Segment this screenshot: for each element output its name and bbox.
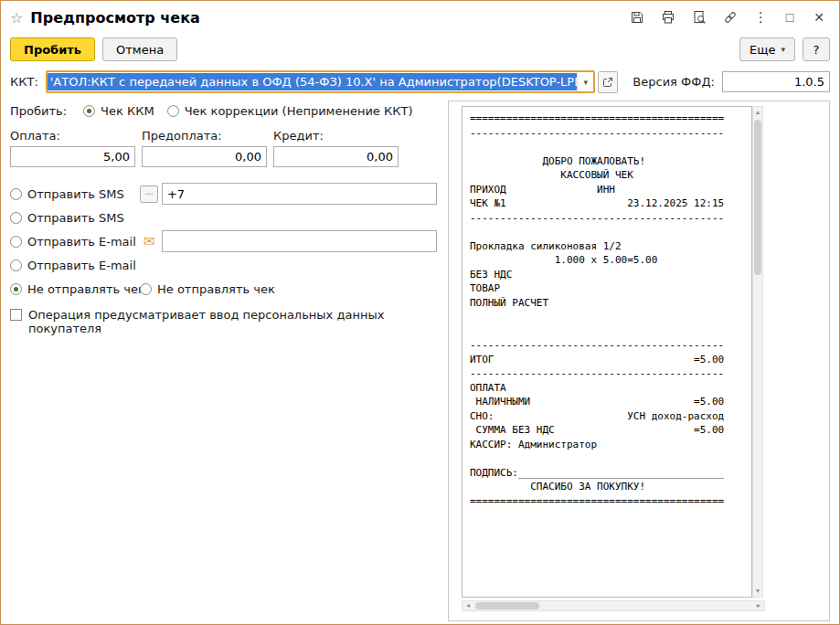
radio-send-sms-1[interactable]: Отправить SMS bbox=[10, 187, 140, 201]
amounts-row: Оплата: Предоплата: Кредит: bbox=[10, 129, 437, 167]
link-icon bbox=[723, 10, 738, 25]
help-button[interactable]: ? bbox=[803, 37, 830, 61]
receipt-text: ========================================… bbox=[470, 111, 744, 508]
radio-check-correction-label: Чек коррекции (Неприменение ККТ) bbox=[185, 104, 413, 118]
receipt-vertical-scrollbar[interactable]: ▴ ▾ bbox=[752, 106, 763, 598]
personal-data-row: Операция предусматривает ввод персональн… bbox=[10, 308, 437, 335]
vertical-scroll-thumb[interactable] bbox=[754, 120, 761, 275]
prepayment-label: Предоплата: bbox=[142, 129, 267, 143]
prepayment-group: Предоплата: bbox=[142, 129, 267, 167]
radio-icon bbox=[10, 188, 22, 200]
payment-group: Оплата: bbox=[10, 129, 135, 167]
get-link-button[interactable] bbox=[719, 8, 741, 26]
form-left: Пробить: Чек ККМ Чек коррекции (Непримен… bbox=[10, 101, 437, 335]
radio-send-email-2-label: Отправить E-mail bbox=[27, 259, 136, 272]
credit-input[interactable] bbox=[273, 146, 399, 167]
radio-icon bbox=[10, 212, 22, 224]
email-input[interactable] bbox=[162, 230, 437, 252]
commit-button[interactable]: Пробить bbox=[10, 37, 95, 61]
main-area: Пробить: Чек ККМ Чек коррекции (Непримен… bbox=[1, 101, 839, 621]
more-button-label: Еще bbox=[750, 43, 775, 57]
radio-icon bbox=[167, 105, 179, 117]
chevron-down-icon: ▾ bbox=[781, 45, 785, 54]
close-icon: ✕ bbox=[813, 10, 824, 25]
horizontal-scroll-thumb[interactable] bbox=[475, 602, 539, 609]
print-preview-icon bbox=[692, 10, 707, 25]
toolbar: Пробить Отмена Еще ▾ ? bbox=[1, 34, 839, 69]
radio-icon bbox=[140, 283, 152, 295]
open-form-icon bbox=[601, 76, 614, 89]
payment-input[interactable] bbox=[10, 146, 135, 167]
radio-icon bbox=[10, 260, 22, 271]
receipt-preview-panel: ========================================… bbox=[448, 101, 830, 621]
more-commands-button[interactable]: ⋮ bbox=[750, 9, 771, 26]
save-icon bbox=[630, 10, 644, 25]
kkt-label: ККТ: bbox=[10, 75, 38, 89]
maximize-button[interactable]: □ bbox=[781, 8, 799, 26]
scroll-up-icon[interactable]: ▴ bbox=[753, 107, 762, 118]
kkt-row: ККТ: 'АТОЛ:ККТ с передачей данных в ОФД … bbox=[1, 69, 839, 101]
radio-check-kkm-label: Чек ККМ bbox=[101, 104, 154, 118]
send-sms-row-2: Отправить SMS bbox=[10, 206, 437, 229]
close-button[interactable]: ✕ bbox=[808, 8, 830, 26]
send-sms-row-1: Отправить SMS ... bbox=[10, 182, 437, 206]
radio-send-sms-2-label: Отправить SMS bbox=[27, 211, 124, 225]
personal-data-checkbox-label: Операция предусматривает ввод персональн… bbox=[28, 308, 437, 335]
scroll-down-icon[interactable]: ▾ bbox=[753, 586, 762, 597]
personal-data-checkbox[interactable]: Операция предусматривает ввод персональн… bbox=[10, 308, 437, 335]
kkt-dropdown-icon[interactable]: ▾ bbox=[577, 72, 593, 91]
kkt-combobox[interactable]: 'АТОЛ:ККТ с передачей данных в ОФД (54-Ф… bbox=[46, 70, 596, 93]
ffd-version-input[interactable] bbox=[722, 71, 830, 92]
prepayment-input[interactable] bbox=[142, 146, 267, 167]
receipt-paper: ========================================… bbox=[462, 106, 752, 598]
radio-no-send-2[interactable]: Не отправлять чек bbox=[140, 282, 270, 296]
checkbox-icon bbox=[10, 309, 22, 321]
send-email-row-2: Отправить E-mail bbox=[10, 253, 437, 277]
radio-icon bbox=[10, 283, 22, 295]
kebab-menu-icon: ⋮ bbox=[754, 11, 768, 24]
credit-group: Кредит: bbox=[273, 129, 399, 167]
ellipsis-icon: ... bbox=[144, 185, 153, 196]
operation-label: Пробить: bbox=[10, 104, 67, 118]
titlebar-icons: ⋮ □ ✕ bbox=[626, 8, 830, 26]
favorite-star-icon[interactable]: ☆ bbox=[10, 9, 23, 26]
save-button[interactable] bbox=[626, 8, 648, 26]
print-button[interactable] bbox=[657, 8, 679, 26]
radio-check-correction[interactable]: Чек коррекции (Неприменение ККТ) bbox=[167, 104, 413, 118]
radio-no-send-1[interactable]: Не отправлять чек bbox=[10, 282, 140, 296]
receipt-viewport: ========================================… bbox=[462, 106, 829, 598]
phone-input[interactable] bbox=[162, 183, 437, 205]
ffd-version-label: Версия ФФД: bbox=[633, 75, 715, 89]
send-options-block: Отправить SMS ... Отправить SMS Отправит… bbox=[10, 182, 437, 301]
radio-icon bbox=[83, 105, 95, 117]
receipt-horizontal-scrollbar[interactable]: ◂ ▸ bbox=[462, 600, 765, 611]
kkt-open-button[interactable] bbox=[598, 71, 618, 93]
window-title: Предпросмотр чека bbox=[30, 9, 199, 26]
radio-send-email-2[interactable]: Отправить E-mail bbox=[10, 259, 140, 272]
operation-type-row: Пробить: Чек ККМ Чек коррекции (Непримен… bbox=[10, 104, 437, 118]
cancel-button[interactable]: Отмена bbox=[102, 37, 177, 61]
radio-send-sms-1-label: Отправить SMS bbox=[27, 187, 124, 201]
radio-send-sms-2[interactable]: Отправить SMS bbox=[10, 211, 140, 225]
radio-send-email-1[interactable]: Отправить E-mail bbox=[10, 235, 140, 249]
maximize-icon: □ bbox=[786, 10, 793, 25]
send-email-row-1: Отправить E-mail ✉ bbox=[10, 229, 437, 253]
titlebar: ☆ Предпросмотр чека ⋮ □ ✕ bbox=[1, 1, 839, 34]
envelope-icon: ✉ bbox=[140, 233, 158, 249]
kkt-selected-value: 'АТОЛ:ККТ с передачей данных в ОФД (54-Ф… bbox=[48, 73, 578, 90]
radio-icon bbox=[10, 236, 22, 248]
sms-options-button[interactable]: ... bbox=[140, 185, 158, 203]
radio-no-send-2-label: Не отправлять чек bbox=[157, 282, 275, 296]
scroll-right-icon[interactable]: ▸ bbox=[753, 600, 764, 611]
payment-label: Оплата: bbox=[10, 129, 135, 143]
print-preview-button[interactable] bbox=[688, 8, 710, 26]
more-button[interactable]: Еще ▾ bbox=[739, 37, 795, 61]
no-send-row: Не отправлять чек Не отправлять чек bbox=[10, 277, 437, 301]
radio-send-email-1-label: Отправить E-mail bbox=[27, 235, 136, 249]
print-icon bbox=[661, 10, 675, 25]
scroll-left-icon[interactable]: ◂ bbox=[463, 600, 473, 611]
radio-check-kkm[interactable]: Чек ККМ bbox=[83, 104, 154, 118]
radio-no-send-1-label: Не отправлять чек bbox=[27, 282, 145, 296]
credit-label: Кредит: bbox=[273, 129, 399, 143]
receipt-preview-window: ☆ Предпросмотр чека ⋮ □ ✕ Пробить Отмена… bbox=[0, 0, 840, 625]
